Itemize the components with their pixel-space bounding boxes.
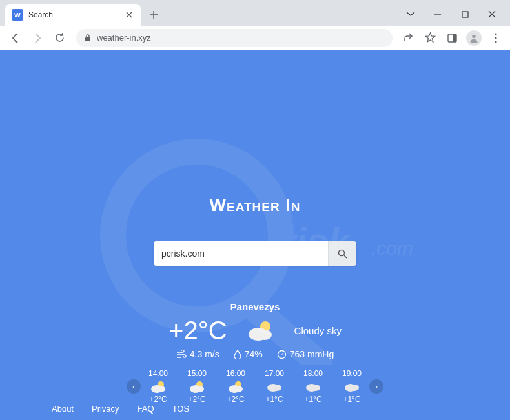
share-icon[interactable]	[400, 30, 416, 46]
svg-point-8	[113, 152, 281, 319]
forecast-temp: +2°C	[188, 395, 205, 404]
footer-links: About Privacy FAQ TOS	[52, 404, 189, 414]
back-button[interactable]	[6, 29, 25, 47]
svg-point-7	[495, 41, 496, 43]
forecast-temp: +1°C	[343, 395, 360, 404]
pressure-stat: 763 mmHg	[277, 349, 334, 359]
tab-title: Search	[28, 10, 119, 19]
droplet-icon	[234, 350, 241, 359]
address-bar: weather-in.xyz	[0, 26, 510, 50]
wind-stat: 4.3 m/s	[176, 349, 219, 359]
forecast-time: 18:00	[303, 369, 323, 378]
search-icon	[338, 249, 347, 259]
close-tab-button[interactable]	[124, 10, 134, 20]
temperature: +2°C	[168, 316, 227, 345]
cloud-icon	[343, 379, 361, 394]
forecast-item[interactable]: 19:00+1°C	[338, 369, 365, 404]
weather-current: +2°C Cloudy sky	[168, 316, 342, 345]
svg-point-31	[350, 385, 359, 391]
forecast-item[interactable]: 16:00+2°C	[222, 369, 249, 404]
cloud-icon	[265, 379, 283, 394]
partly-cloudy-icon	[245, 318, 276, 344]
search-bar	[154, 241, 356, 266]
forecast-item[interactable]: 15:00+2°C	[183, 369, 210, 404]
humidity-stat: 74%	[234, 349, 263, 359]
search-input[interactable]	[154, 241, 328, 266]
svg-point-27	[272, 385, 281, 391]
svg-point-19	[156, 386, 165, 392]
forecast: ‹ 14:00+2°C15:00+2°C16:00+2°C17:00+1°C18…	[127, 369, 383, 404]
forecast-item[interactable]: 17:00+1°C	[261, 369, 288, 404]
svg-point-25	[234, 386, 243, 392]
window-controls	[403, 6, 510, 26]
footer-tos[interactable]: TOS	[172, 404, 190, 414]
lock-icon	[84, 34, 92, 42]
weather-stats: 4.3 m/s 74% 763 mmHg	[176, 349, 334, 359]
svg-point-5	[495, 33, 496, 35]
url-input[interactable]: weather-in.xyz	[76, 29, 393, 47]
forecast-temp: +1°C	[304, 395, 321, 404]
city-name: Panevezys	[230, 301, 280, 312]
svg-rect-0	[462, 12, 468, 17]
browser-tab[interactable]: w Search	[5, 4, 141, 26]
svg-point-6	[495, 37, 496, 39]
maximize-button[interactable]	[457, 6, 473, 22]
forecast-temp: +2°C	[227, 395, 244, 404]
forecast-temp: +2°C	[149, 395, 167, 404]
page-content: risk .com Weather In Panevezys +2°C Clou…	[0, 50, 510, 420]
forecast-item[interactable]: 14:00+2°C	[145, 369, 172, 404]
partly-cloudy-icon	[188, 379, 206, 394]
site-logo: Weather In	[210, 195, 301, 215]
forecast-item[interactable]: 18:00+1°C	[300, 369, 327, 404]
svg-point-29	[311, 385, 320, 391]
partly-cloudy-icon	[227, 379, 245, 394]
close-window-button[interactable]	[484, 6, 500, 22]
svg-rect-1	[85, 37, 90, 41]
forecast-time: 16:00	[226, 369, 245, 378]
forecast-temp: +1°C	[265, 395, 283, 404]
svg-point-22	[195, 386, 204, 392]
favicon-icon: w	[12, 9, 23, 21]
svg-point-15	[258, 330, 272, 340]
forward-button[interactable]	[28, 29, 46, 47]
divider	[132, 365, 378, 365]
forecast-time: 15:00	[187, 369, 207, 378]
new-tab-button[interactable]	[145, 6, 163, 24]
forecast-time: 17:00	[265, 369, 284, 378]
footer-about[interactable]: About	[52, 404, 74, 414]
partly-cloudy-icon	[149, 379, 167, 394]
footer-privacy[interactable]: Privacy	[92, 404, 119, 414]
svg-text:.com: .com	[371, 237, 413, 259]
footer-faq[interactable]: FAQ	[138, 404, 154, 414]
forecast-next-button[interactable]: ›	[369, 379, 383, 394]
svg-rect-3	[453, 34, 456, 42]
tab-bar: w Search	[0, 0, 510, 26]
minimize-button[interactable]	[430, 6, 445, 22]
forecast-time: 14:00	[148, 369, 168, 378]
gauge-icon	[277, 350, 287, 359]
reload-button[interactable]	[50, 29, 68, 47]
search-button[interactable]	[328, 241, 356, 266]
url-text: weather-in.xyz	[97, 33, 151, 43]
svg-point-12	[339, 250, 345, 255]
menu-icon[interactable]	[488, 30, 504, 46]
forecast-prev-button[interactable]: ‹	[127, 379, 141, 394]
profile-avatar[interactable]	[466, 30, 482, 46]
forecast-time: 19:00	[342, 369, 362, 378]
cloud-icon	[304, 379, 322, 394]
chevron-down-icon[interactable]	[403, 6, 418, 22]
bookmark-icon[interactable]	[422, 30, 438, 46]
svg-point-4	[472, 34, 476, 38]
wind-icon	[176, 350, 187, 359]
side-panel-icon[interactable]	[444, 30, 460, 46]
weather-description: Cloudy sky	[294, 325, 342, 336]
